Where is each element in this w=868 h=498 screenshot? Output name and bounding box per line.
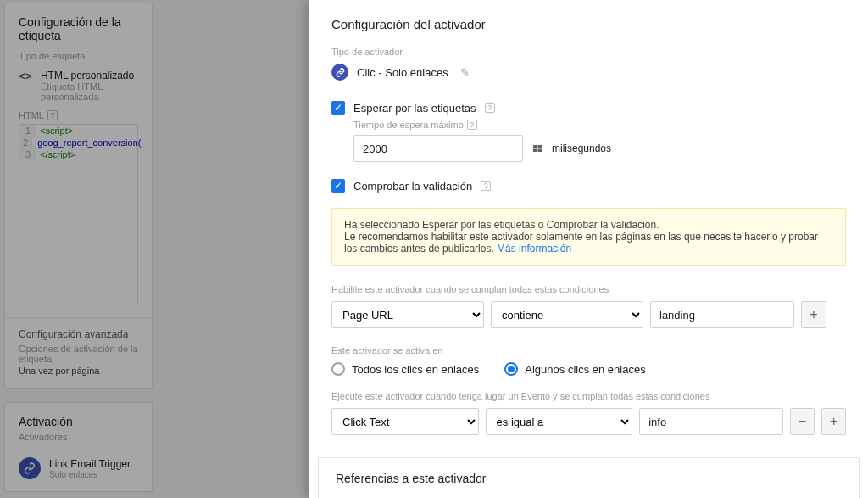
references-card: Referencias a este activador Adwords Con… [318,457,860,498]
link-icon [331,64,348,81]
max-wait-label: Tiempo de espera máximo ? [353,120,846,130]
enable-conditions-label: Habilite este activador cuando se cumpla… [331,284,846,294]
modal-title: Configuración del activador [331,17,846,31]
svg-rect-2 [533,149,537,153]
event-operator-select[interactable]: es igual a [486,408,633,435]
condition-variable-select[interactable]: Page URL [331,301,484,328]
references-title: Referencias a este activador [319,458,859,494]
event-conditions-label: Ejecute este activador cuando tenga luga… [331,391,846,401]
svg-rect-0 [533,145,537,148]
remove-condition-button[interactable]: − [790,408,815,435]
wait-for-tags-checkbox[interactable]: ✓ [331,101,345,115]
event-variable-select[interactable]: Click Text [331,408,479,435]
svg-rect-1 [538,145,542,148]
add-condition-button[interactable]: + [801,301,826,328]
variable-picker-icon[interactable] [531,143,543,154]
event-condition-row: Click Text es igual a − + [331,408,846,435]
event-value-input[interactable] [639,408,783,435]
svg-rect-3 [538,149,542,153]
edit-trigger-type-button[interactable]: ✎ [460,66,470,79]
check-validation-label: Comprobar la validación [353,180,472,193]
reference-item[interactable]: Adwords Conversion Tracking INFO Etiquet… [319,494,859,498]
condition-operator-select[interactable]: contiene [491,301,643,328]
fires-on-label: Este activador se activa en [331,345,846,355]
more-info-link[interactable]: Más información [497,243,571,255]
all-clicks-radio[interactable]: Todos los clics en enlaces [331,362,479,376]
wait-for-tags-label: Esperar por las etiquetas [353,102,476,115]
help-icon[interactable]: ? [481,181,491,191]
check-validation-checkbox[interactable]: ✓ [331,179,345,193]
help-icon[interactable]: ? [485,103,495,113]
add-event-condition-button[interactable]: + [821,408,846,435]
trigger-type-label: Tipo de activador [331,47,846,57]
help-icon[interactable]: ? [467,120,477,130]
trigger-type-value: Clic - Solo enlaces [357,66,448,79]
trigger-type-row: Clic - Solo enlaces ✎ [331,64,846,81]
condition-value-input[interactable] [650,301,794,328]
wait-unit-label: milisegundos [552,143,611,154]
trigger-config-modal: Configuración del activador Tipo de acti… [309,0,868,498]
enable-condition-row: Page URL contiene + [331,301,846,328]
validation-notice: Ha seleccionado Esperar por las etiqueta… [331,208,846,266]
some-clicks-radio[interactable]: Algunos clics en enlaces [504,362,645,376]
max-wait-input[interactable] [353,135,523,162]
